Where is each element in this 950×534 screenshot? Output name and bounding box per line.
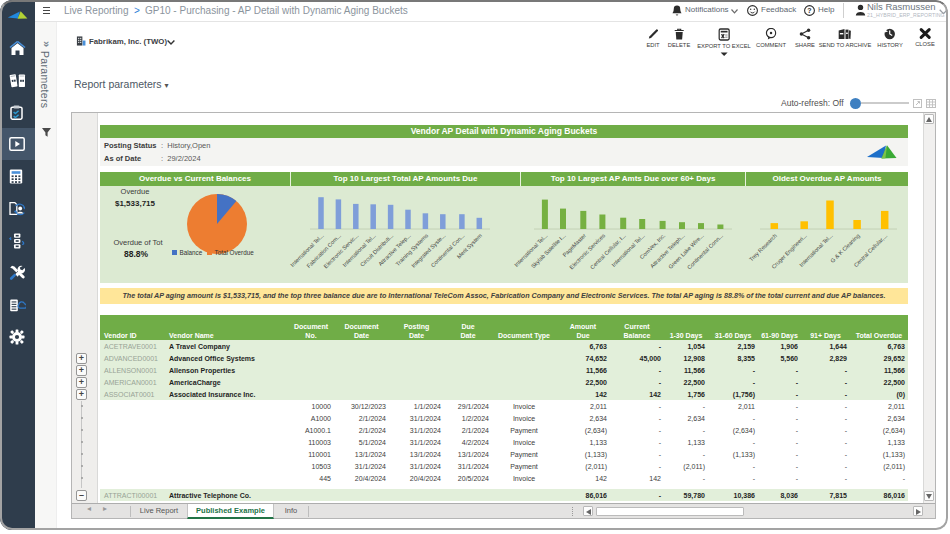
svg-text:?: ?	[807, 7, 811, 14]
svg-text:Overdue: Overdue	[121, 187, 150, 196]
svg-text:Total Overdue: Total Overdue	[215, 249, 255, 256]
svg-text:$1,533,715: $1,533,715	[115, 199, 156, 208]
svg-text:Overdue of Tot: Overdue of Tot	[113, 238, 163, 247]
svg-text:88.8%: 88.8%	[124, 249, 149, 259]
svg-text:Balance: Balance	[180, 249, 203, 256]
